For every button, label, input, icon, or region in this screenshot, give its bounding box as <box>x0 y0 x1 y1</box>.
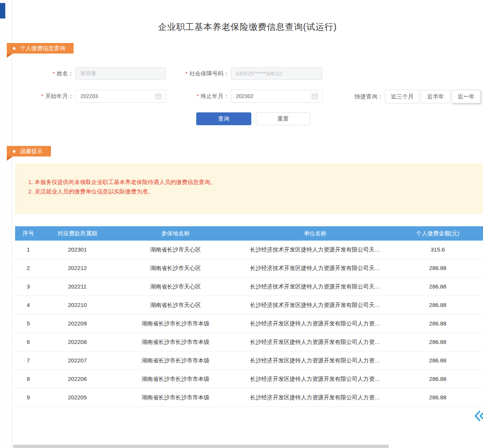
table-cell: 2 <box>15 259 42 277</box>
table-cell: 长沙经济技术开发区捷特人力资源开发有限公司天… <box>238 278 392 296</box>
table-row: 5202209湖南省长沙市长沙市市本级长沙经济开发区捷特人力资源开发有限公司人力… <box>15 315 483 333</box>
sidebar-blue-tab <box>0 3 5 18</box>
footer-strip <box>13 445 389 448</box>
double-chevron-left-icon[interactable] <box>473 408 483 423</box>
name-label: *姓名： <box>15 67 74 80</box>
table-cell: 长沙经济技术开发区捷特人力资源开发有限公司天… <box>238 259 392 277</box>
table-cell: 湖南省长沙市天心区 <box>113 259 238 277</box>
required-asterisk: * <box>41 93 43 99</box>
table-cell: 湖南省长沙市长沙市市本级 <box>113 388 238 407</box>
table-cell: 湖南省长沙市长沙市市本级 <box>113 333 238 351</box>
table-body: 1202301湖南省长沙市天心区长沙经济技术开发区捷特人力资源开发有限公司天…3… <box>15 241 483 407</box>
table-cell: 长沙经济开发区捷特人力资源开发有限公司人力资… <box>238 370 392 388</box>
dot-icon <box>13 150 15 153</box>
section-tag-label: 温馨提示 <box>20 148 43 155</box>
quick-last-half-year-button[interactable]: 近半年 <box>421 90 450 103</box>
section-tag-label: 个人缴费信息查询 <box>20 45 65 52</box>
table-cell: 湖南省长沙市天心区 <box>113 241 238 259</box>
table-cell: 286.88 <box>392 315 483 333</box>
required-asterisk: * <box>197 93 199 99</box>
tips-notice-box: 1. 本服务仅提供尚未领取企业职工基本养老保险待遇人员的缴费信息查询。 2. 灵… <box>15 163 483 214</box>
section-tag-tips: 温馨提示 <box>7 146 51 156</box>
quick-last-year-button[interactable]: 近一年 <box>452 90 481 103</box>
quick-query-group: 近三个月 近半年 近一年 <box>385 90 481 103</box>
calendar-icon[interactable] <box>311 92 318 100</box>
page-title: 企业职工基本养老保险缴费信息查询(试运行) <box>12 21 483 33</box>
table-header-amount: 个人缴费金额(元) <box>392 226 483 241</box>
ssn-label: *社会保障号码： <box>166 67 229 80</box>
table-cell: 202209 <box>42 315 113 333</box>
required-asterisk: * <box>52 70 55 77</box>
table-cell: 3 <box>15 278 42 296</box>
table-cell: 长沙经济开发区捷特人力资源开发有限公司人力资… <box>238 388 392 407</box>
table-row: 8202206湖南省长沙市长沙市市本级长沙经济开发区捷特人力资源开发有限公司人力… <box>15 370 483 388</box>
table-cell: 长沙经济技术开发区捷特人力资源开发有限公司天… <box>238 296 392 314</box>
table-cell: 202207 <box>42 351 113 370</box>
table-cell: 202210 <box>42 296 113 314</box>
table-cell: 长沙经济开发区捷特人力资源开发有限公司人力资… <box>238 333 392 351</box>
table-cell: 286.88 <box>392 351 483 370</box>
table-cell: 湖南省长沙市长沙市市本级 <box>113 315 238 333</box>
start-month-label: *开始年月： <box>15 90 74 103</box>
table-cell: 202208 <box>42 333 113 351</box>
table-cell: 286.88 <box>392 388 483 407</box>
table-cell: 长沙经济技术开发区捷特人力资源开发有限公司天… <box>238 241 392 259</box>
quick-last-3-months-button[interactable]: 近三个月 <box>385 90 420 103</box>
table-header-row: 序号 对应费款所属期 参保地名称 单位名称 个人缴费金额(元) <box>15 226 483 241</box>
table-row: 6202208湖南省长沙市长沙市市本级长沙经济开发区捷特人力资源开发有限公司人力… <box>15 333 483 351</box>
table-cell: 7 <box>15 351 42 370</box>
table-cell: 4 <box>15 296 42 314</box>
table-cell: 286.88 <box>392 370 483 388</box>
table-cell: 1 <box>15 241 42 259</box>
end-month-field[interactable] <box>231 90 322 103</box>
table-row: 1202301湖南省长沙市天心区长沙经济技术开发区捷特人力资源开发有限公司天…3… <box>15 241 483 259</box>
table-cell: 湖南省长沙市长沙市市本级 <box>113 351 238 370</box>
table-row: 4202210湖南省长沙市天心区长沙经济技术开发区捷特人力资源开发有限公司天…2… <box>15 296 483 315</box>
required-asterisk: * <box>185 70 188 77</box>
payment-table: 序号 对应费款所属期 参保地名称 单位名称 个人缴费金额(元) 1202301湖… <box>15 226 483 407</box>
reset-button[interactable]: 重置 <box>256 112 310 125</box>
table-cell: 315.6 <box>392 241 483 259</box>
table-cell: 湖南省长沙市天心区 <box>113 296 238 314</box>
table-cell: 8 <box>15 370 42 388</box>
table-cell: 湖南省长沙市天心区 <box>113 278 238 296</box>
table-cell: 长沙经济开发区捷特人力资源开发有限公司人力资… <box>238 315 392 333</box>
table-header-seq: 序号 <box>15 226 42 241</box>
table-header-region: 参保地名称 <box>113 226 238 241</box>
table-row: 7202207湖南省长沙市长沙市市本级长沙经济开发区捷特人力资源开发有限公司人力… <box>15 351 483 370</box>
table-cell: 9 <box>15 388 42 407</box>
table-cell: 202301 <box>42 241 113 259</box>
table-cell: 286.88 <box>392 333 483 351</box>
query-button[interactable]: 查询 <box>196 112 251 125</box>
name-field <box>75 67 166 80</box>
table-cell: 湖南省长沙市长沙市市本级 <box>113 370 238 388</box>
ssn-field <box>231 67 322 80</box>
left-sidebar-strip <box>0 0 12 448</box>
quick-query-label: 快捷查询： <box>349 90 383 103</box>
calendar-icon[interactable] <box>155 92 162 100</box>
table-cell: 长沙经济开发区捷特人力资源开发有限公司人力资… <box>238 351 392 370</box>
table-header-period: 对应费款所属期 <box>42 226 113 241</box>
tips-line: 1. 本服务仅提供尚未领取企业职工基本养老保险待遇人员的缴费信息查询。 <box>28 177 475 187</box>
table-cell: 202205 <box>42 388 113 407</box>
table-row: 3202211湖南省长沙市天心区长沙经济技术开发区捷特人力资源开发有限公司天…2… <box>15 278 483 296</box>
table-row: 9202205湖南省长沙市长沙市市本级长沙经济开发区捷特人力资源开发有限公司人力… <box>15 388 483 407</box>
table-cell: 202211 <box>42 278 113 296</box>
dot-icon <box>13 47 15 50</box>
table-cell: 6 <box>15 333 42 351</box>
table-cell: 286.88 <box>392 278 483 296</box>
table-cell: 286.88 <box>392 259 483 277</box>
table-header-employer: 单位名称 <box>238 226 392 241</box>
end-month-label: *终止年月： <box>166 90 229 103</box>
table-row: 2202212湖南省长沙市天心区长沙经济技术开发区捷特人力资源开发有限公司天…2… <box>15 259 483 278</box>
section-tag-personal-query: 个人缴费信息查询 <box>7 43 74 54</box>
tips-line: 2. 灵活就业人员的缴费单位信息以实际缴费为准。 <box>28 187 475 196</box>
table-cell: 202206 <box>42 370 113 388</box>
table-cell: 5 <box>15 315 42 333</box>
table-cell: 286.88 <box>392 296 483 314</box>
start-month-field[interactable] <box>75 90 166 103</box>
table-cell: 202212 <box>42 259 113 277</box>
